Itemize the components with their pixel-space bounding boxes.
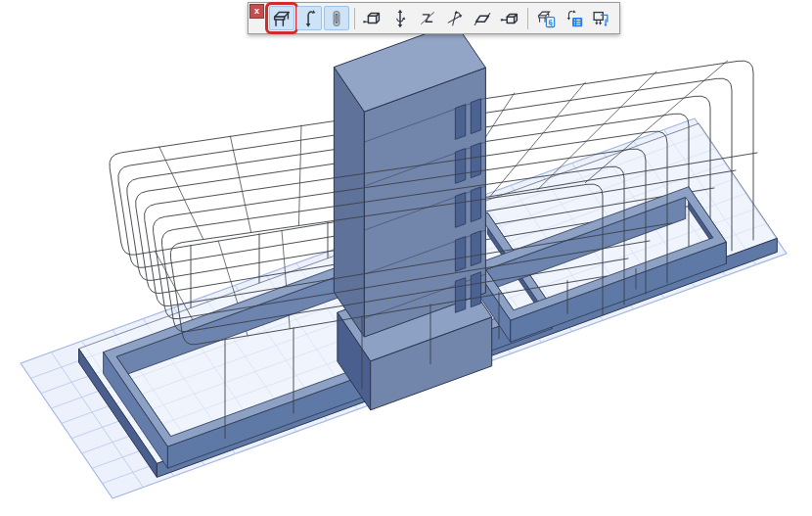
elevate-arrow-icon	[298, 8, 320, 29]
floating-edit-toolbar: x	[248, 2, 620, 34]
parallelogram-mirror-icon	[472, 8, 493, 29]
capsule-icon	[326, 8, 347, 29]
axes-arrows-icon	[444, 8, 466, 29]
mirror-button[interactable]	[470, 6, 495, 30]
core-tower[interactable]	[334, 23, 485, 338]
drag-element-button[interactable]	[269, 6, 294, 30]
toolbar-separator	[354, 8, 355, 29]
move-vertical-button[interactable]	[387, 6, 413, 30]
toolbar-separator	[527, 8, 528, 29]
elevate-node-button[interactable]	[497, 6, 522, 30]
elevate-options-button[interactable]	[561, 6, 586, 30]
z-profile-icon	[417, 8, 438, 29]
drop-to-base-button[interactable]	[588, 6, 613, 30]
paragraph-glyph: §	[548, 18, 553, 26]
table-drag-icon	[271, 8, 293, 29]
elevate-element-button[interactable]	[296, 6, 322, 30]
cube-pin-alt-icon	[499, 8, 520, 29]
model-view-canvas[interactable]	[0, 0, 812, 516]
cube-pin-icon	[362, 8, 383, 29]
viewport-3d[interactable]: x	[0, 0, 812, 516]
arrow-list-icon	[563, 8, 584, 29]
close-toolbar-button[interactable]: x	[249, 4, 264, 19]
boxes-down-arrows-icon	[590, 8, 611, 29]
rotate-free-button[interactable]	[442, 6, 468, 30]
vertical-arrows-icon	[389, 8, 411, 29]
stretch-profile-button[interactable]	[415, 6, 440, 30]
element-settings-button[interactable]: §	[533, 6, 559, 30]
stretch-height-button[interactable]	[324, 6, 349, 30]
drag-node-button[interactable]	[360, 6, 385, 30]
table-paragraph-icon: §	[535, 8, 557, 29]
